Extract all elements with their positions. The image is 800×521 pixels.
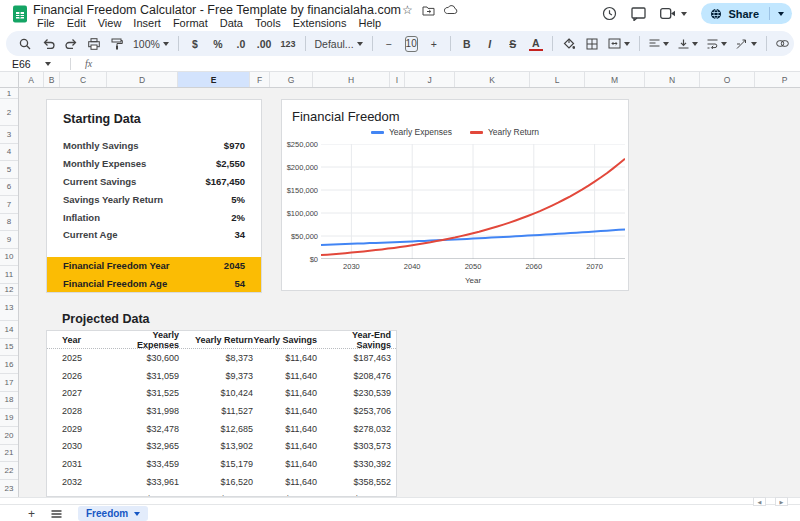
row-header-3[interactable]: 3 — [0, 126, 18, 144]
table-cell[interactable]: $8,373 — [179, 353, 253, 363]
table-cell[interactable]: 2031 — [47, 459, 108, 469]
select-all-corner[interactable] — [0, 72, 19, 87]
table-cell[interactable]: $15,179 — [179, 459, 253, 469]
move-folder-icon[interactable] — [422, 5, 435, 16]
row-header-10[interactable]: 10 — [0, 249, 18, 266]
table-cell[interactable]: $11,640 — [253, 459, 317, 469]
star-icon[interactable]: ☆ — [402, 3, 413, 17]
row-header-12[interactable]: 12 — [0, 284, 18, 296]
text-wrap-button[interactable] — [707, 35, 727, 53]
starting-data-value[interactable]: 5% — [231, 194, 245, 205]
add-sheet-button[interactable]: + — [28, 508, 35, 520]
row-header-2[interactable]: 2 — [0, 99, 18, 126]
table-cell[interactable]: $33,961 — [108, 477, 179, 487]
table-cell[interactable]: $11,640 — [253, 406, 317, 416]
table-cell[interactable]: $11,640 — [253, 424, 317, 434]
table-cell[interactable]: $187,463 — [317, 353, 391, 363]
menu-file[interactable]: File — [31, 17, 61, 30]
financial-freedom-chart[interactable]: Financial Freedom Yearly ExpensesYearly … — [281, 99, 629, 291]
table-cell[interactable]: $32,478 — [108, 424, 179, 434]
table-cell[interactable]: $253,706 — [317, 406, 391, 416]
sheet-tab-freedom[interactable]: Freedom — [78, 506, 148, 521]
increase-font-size-button[interactable]: + — [427, 35, 441, 53]
table-cell[interactable]: $358,552 — [317, 477, 391, 487]
fill-color-button[interactable] — [562, 35, 576, 53]
undo-button[interactable] — [41, 35, 55, 53]
redo-button[interactable] — [64, 35, 78, 53]
row-header-19[interactable]: 19 — [0, 409, 18, 427]
row-header-20[interactable]: 20 — [0, 427, 18, 445]
starting-data-value[interactable]: $2,550 — [216, 158, 245, 169]
column-header-P[interactable]: P — [755, 72, 800, 87]
doc-title[interactable]: Financial Freedom Calculator - Free Temp… — [33, 3, 401, 17]
column-header-K[interactable]: K — [455, 72, 530, 87]
column-header-D[interactable]: D — [107, 72, 178, 87]
table-cell[interactable]: 2029 — [47, 424, 108, 434]
table-cell[interactable]: $11,640 — [253, 353, 317, 363]
menu-tools[interactable]: Tools — [249, 17, 287, 30]
menu-data[interactable]: Data — [214, 17, 249, 30]
column-header-C[interactable]: C — [60, 72, 107, 87]
table-cell[interactable]: $11,640 — [253, 371, 317, 381]
column-header-I[interactable]: I — [390, 72, 405, 87]
text-color-button[interactable]: A — [529, 37, 543, 51]
share-button[interactable]: Share — [701, 3, 792, 24]
column-header-N[interactable]: N — [645, 72, 700, 87]
table-cell[interactable]: $16,520 — [179, 477, 253, 487]
table-cell[interactable]: $31,998 — [108, 406, 179, 416]
table-cell[interactable]: 2025 — [47, 353, 108, 363]
column-header-B[interactable]: B — [44, 72, 60, 87]
grid-canvas[interactable]: 1234567891011121314151617181920212223 St… — [0, 88, 800, 497]
column-header-A[interactable]: A — [19, 72, 44, 87]
vertical-align-button[interactable] — [678, 35, 698, 53]
menu-help[interactable]: Help — [352, 17, 387, 30]
column-header-O[interactable]: O — [700, 72, 755, 87]
row-header-21[interactable]: 21 — [0, 445, 18, 463]
horizontal-scrollbar[interactable]: ◀ ▶ — [0, 497, 800, 505]
paint-format-button[interactable] — [110, 35, 124, 53]
column-header-E[interactable]: E — [178, 72, 250, 87]
row-header-14[interactable]: 14 — [0, 321, 18, 339]
meet-button[interactable] — [660, 8, 687, 19]
table-cell[interactable]: $31,059 — [108, 371, 179, 381]
table-cell[interactable]: $11,527 — [179, 406, 253, 416]
merge-cells-button[interactable] — [608, 35, 630, 53]
decrease-decimal-button[interactable]: .0 — [234, 35, 248, 53]
share-caret-icon[interactable] — [778, 12, 784, 16]
font-size-input[interactable]: 10 — [405, 36, 418, 52]
table-cell[interactable]: $31,525 — [108, 388, 179, 398]
row-header-5[interactable]: 5 — [0, 161, 18, 179]
starting-data-value[interactable]: $167,450 — [205, 176, 245, 187]
table-cell[interactable]: $33,459 — [108, 459, 179, 469]
table-cell[interactable]: $11,640 — [253, 388, 317, 398]
row-header-7[interactable]: 7 — [0, 196, 18, 214]
menu-edit[interactable]: Edit — [61, 17, 92, 30]
comments-icon[interactable] — [631, 7, 646, 21]
table-cell[interactable]: $11,640 — [253, 441, 317, 451]
starting-data-value[interactable]: $970 — [224, 140, 245, 151]
table-cell[interactable]: 2030 — [47, 441, 108, 451]
table-cell[interactable]: 2032 — [47, 477, 108, 487]
table-cell[interactable]: $330,392 — [317, 459, 391, 469]
format-currency-button[interactable]: $ — [188, 35, 202, 53]
table-cell[interactable]: $13,902 — [179, 441, 253, 451]
row-header-15[interactable]: 15 — [0, 339, 18, 357]
row-header-6[interactable]: 6 — [0, 179, 18, 197]
column-header-G[interactable]: G — [270, 72, 313, 87]
table-cell[interactable]: $303,573 — [317, 441, 391, 451]
strikethrough-button[interactable]: S — [506, 35, 520, 53]
column-header-J[interactable]: J — [405, 72, 455, 87]
row-header-1[interactable]: 1 — [0, 88, 18, 99]
menu-insert[interactable]: Insert — [127, 17, 167, 30]
format-percent-button[interactable]: % — [211, 35, 225, 53]
row-header-13[interactable]: 13 — [0, 296, 18, 321]
text-rotation-button[interactable] — [736, 35, 757, 53]
row-header-16[interactable]: 16 — [0, 356, 18, 374]
increase-decimal-button[interactable]: .00 — [257, 35, 272, 53]
print-button[interactable] — [87, 35, 101, 53]
table-cell[interactable]: $230,539 — [317, 388, 391, 398]
column-header-F[interactable]: F — [250, 72, 270, 87]
table-cell[interactable]: 2028 — [47, 406, 108, 416]
font-select[interactable]: Defaul... — [315, 35, 363, 53]
menu-extensions[interactable]: Extensions — [287, 17, 353, 30]
